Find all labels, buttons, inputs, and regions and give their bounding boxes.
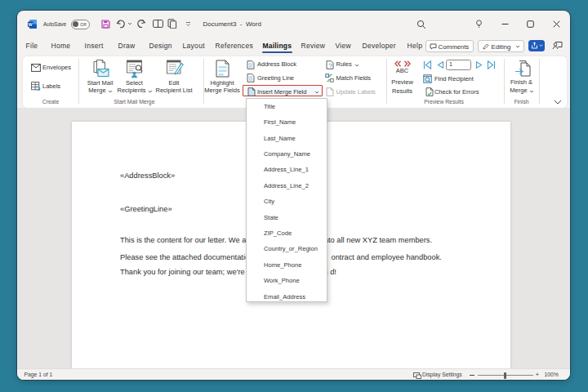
- svg-text:W: W: [28, 22, 33, 27]
